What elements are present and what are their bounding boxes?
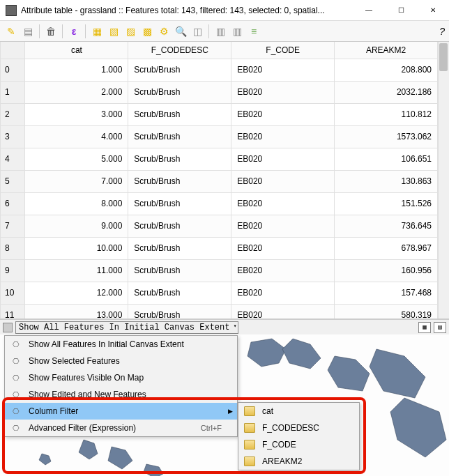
cell-fcode[interactable]: EB020: [231, 125, 335, 148]
cell-areakm2[interactable]: 2032.186: [335, 81, 438, 103]
column-filter-item[interactable]: F_CODE: [238, 436, 359, 453]
cell-codedesc[interactable]: Scrub/Brush: [128, 215, 231, 237]
column-header-areakm2[interactable]: AREAKM2: [335, 42, 438, 59]
cell-codedesc[interactable]: Scrub/Brush: [128, 125, 231, 148]
cell-codedesc[interactable]: Scrub/Brush: [128, 282, 231, 304]
cell-areakm2[interactable]: 580.319: [335, 304, 438, 318]
deselect-icon[interactable]: ▨: [123, 24, 137, 38]
cell-fcode[interactable]: EB020: [231, 59, 335, 81]
cell-cat[interactable]: 10.000: [25, 237, 128, 259]
new-column-icon[interactable]: ▥: [213, 24, 227, 38]
row-index[interactable]: 3: [1, 125, 25, 148]
column-filter-item[interactable]: AREAKM2: [238, 453, 359, 470]
minimize-button[interactable]: —: [353, 0, 385, 21]
cell-areakm2[interactable]: 208.800: [335, 59, 438, 81]
calc-icon[interactable]: ≡: [247, 24, 261, 38]
row-index[interactable]: 6: [1, 192, 25, 215]
table-row[interactable]: 12.000Scrub/BrushEB0202032.186: [1, 81, 438, 103]
cell-codedesc[interactable]: Scrub/Brush: [128, 192, 231, 215]
select-all-icon[interactable]: ▦: [90, 24, 104, 38]
cell-fcode[interactable]: EB020: [231, 148, 335, 170]
table-row[interactable]: 810.000Scrub/BrushEB020678.967: [1, 237, 438, 259]
row-index[interactable]: 11: [1, 304, 25, 318]
cell-codedesc[interactable]: Scrub/Brush: [128, 304, 231, 318]
cell-areakm2[interactable]: 678.967: [335, 237, 438, 259]
row-index[interactable]: 8: [1, 237, 25, 259]
filter-menu-item[interactable]: ⎔Show Edited and New Features: [5, 386, 237, 403]
filter-menu-item[interactable]: ⎔Column Filter▶: [5, 403, 237, 420]
row-index[interactable]: 10: [1, 282, 25, 304]
cell-areakm2[interactable]: 1573.062: [335, 125, 438, 148]
cell-codedesc[interactable]: Scrub/Brush: [128, 170, 231, 192]
cell-cat[interactable]: 12.000: [25, 282, 128, 304]
cell-fcode[interactable]: EB020: [231, 304, 335, 318]
pencil-icon[interactable]: ✎: [4, 24, 18, 38]
cell-fcode[interactable]: EB020: [231, 103, 335, 125]
table-row[interactable]: 1012.000Scrub/BrushEB020157.468: [1, 282, 438, 304]
table-row[interactable]: 57.000Scrub/BrushEB020130.863: [1, 170, 438, 192]
pan-icon[interactable]: ◫: [190, 24, 204, 38]
row-index[interactable]: 2: [1, 103, 25, 125]
table-row[interactable]: 01.000Scrub/BrushEB020208.800: [1, 59, 438, 81]
zoom-icon[interactable]: 🔍: [174, 24, 188, 38]
filter-menu-item[interactable]: ⎔Advanced Filter (Expression)Ctrl+F: [5, 420, 237, 436]
column-header-cat[interactable]: cat: [25, 42, 128, 59]
cell-codedesc[interactable]: Scrub/Brush: [128, 237, 231, 259]
cell-areakm2[interactable]: 106.651: [335, 148, 438, 170]
cell-fcode[interactable]: EB020: [231, 282, 335, 304]
close-button[interactable]: ✕: [417, 0, 449, 21]
cell-cat[interactable]: 1.000: [25, 59, 128, 81]
cell-codedesc[interactable]: Scrub/Brush: [128, 81, 231, 103]
cell-areakm2[interactable]: 160.956: [335, 259, 438, 282]
cell-codedesc[interactable]: Scrub/Brush: [128, 148, 231, 170]
cell-cat[interactable]: 2.000: [25, 81, 128, 103]
delete-icon[interactable]: 🗑: [44, 24, 58, 38]
filter-menu-item[interactable]: ⎔Show All Features In Initial Canvas Ext…: [5, 336, 237, 353]
save-icon[interactable]: ▤: [21, 24, 35, 38]
delete-column-icon[interactable]: ▥: [230, 24, 244, 38]
table-row[interactable]: 34.000Scrub/BrushEB0201573.062: [1, 125, 438, 148]
cell-cat[interactable]: 4.000: [25, 125, 128, 148]
row-index[interactable]: 4: [1, 148, 25, 170]
cell-fcode[interactable]: EB020: [231, 215, 335, 237]
form-view-icon[interactable]: ▤: [434, 322, 446, 333]
cell-cat[interactable]: 9.000: [25, 215, 128, 237]
row-index[interactable]: 9: [1, 259, 25, 282]
cell-codedesc[interactable]: Scrub/Brush: [128, 259, 231, 282]
cell-cat[interactable]: 7.000: [25, 170, 128, 192]
filter-selection-icon[interactable]: ▩: [140, 24, 154, 38]
row-index[interactable]: 5: [1, 170, 25, 192]
filter-menu-item[interactable]: ⎔Show Selected Features: [5, 353, 237, 369]
cell-areakm2[interactable]: 110.812: [335, 103, 438, 125]
field-calc-icon[interactable]: ⚙: [157, 24, 171, 38]
cell-cat[interactable]: 13.000: [25, 304, 128, 318]
cell-fcode[interactable]: EB020: [231, 170, 335, 192]
cell-areakm2[interactable]: 151.526: [335, 192, 438, 215]
filter-menu-item[interactable]: ⎔Show Features Visible On Map: [5, 369, 237, 386]
maximize-button[interactable]: ☐: [385, 0, 417, 21]
table-row[interactable]: 911.000Scrub/BrushEB020160.956: [1, 259, 438, 282]
filter-icon[interactable]: [3, 323, 13, 332]
cell-fcode[interactable]: EB020: [231, 237, 335, 259]
table-row[interactable]: 68.000Scrub/BrushEB020151.526: [1, 192, 438, 215]
expression-icon[interactable]: ε: [67, 24, 81, 38]
row-index[interactable]: 1: [1, 81, 25, 103]
cell-cat[interactable]: 5.000: [25, 148, 128, 170]
column-header-fcode[interactable]: F_CODE: [231, 42, 335, 59]
column-filter-item[interactable]: cat: [238, 403, 359, 420]
filter-dropdown[interactable]: Show All Features In Initial Canvas Exte…: [15, 321, 238, 334]
row-index[interactable]: 7: [1, 215, 25, 237]
cell-areakm2[interactable]: 736.645: [335, 215, 438, 237]
row-header-cell[interactable]: [1, 42, 25, 59]
vertical-scrollbar[interactable]: [438, 42, 449, 318]
row-index[interactable]: 0: [1, 59, 25, 81]
table-scroll-area[interactable]: cat F_CODEDESC F_CODE AREAKM2 01.000Scru…: [0, 42, 449, 318]
column-filter-item[interactable]: F_CODEDESC: [238, 420, 359, 436]
cell-cat[interactable]: 11.000: [25, 259, 128, 282]
cell-cat[interactable]: 3.000: [25, 103, 128, 125]
table-row[interactable]: 79.000Scrub/BrushEB020736.645: [1, 215, 438, 237]
table-row[interactable]: 23.000Scrub/BrushEB020110.812: [1, 103, 438, 125]
table-row[interactable]: 45.000Scrub/BrushEB020106.651: [1, 148, 438, 170]
invert-selection-icon[interactable]: ▧: [107, 24, 121, 38]
cell-areakm2[interactable]: 130.863: [335, 170, 438, 192]
